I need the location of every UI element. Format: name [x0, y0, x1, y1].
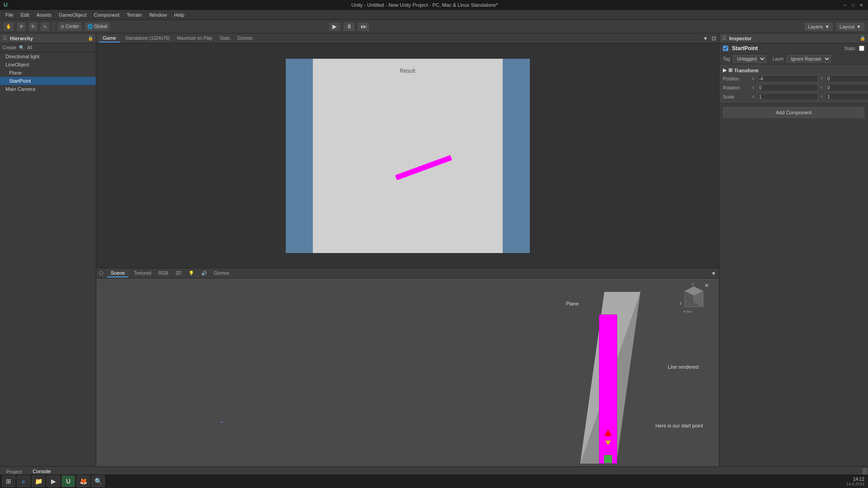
rotation-y-field: Y — [820, 84, 868, 91]
toolbar-right: Layers ▼ Layout ▼ — [804, 22, 865, 32]
gizmos-button-scene[interactable]: Gizmos — [212, 270, 231, 277]
hierarchy-item-main-camera[interactable]: Main Camera — [0, 85, 96, 93]
rotation-x-input[interactable] — [757, 84, 818, 91]
taskbar-right: 14:12 14.6.2013 — [846, 477, 866, 486]
hierarchy-item-startpoint[interactable]: StartPoint — [0, 77, 96, 85]
menu-window[interactable]: Window — [146, 11, 170, 19]
menu-help[interactable]: Help — [170, 11, 188, 19]
nav-cube[interactable]: ✕ Z Y ≡ Iso — [678, 282, 710, 314]
tab-scene[interactable]: Scene — [107, 269, 128, 277]
unity-taskbar-button[interactable]: U — [61, 475, 75, 487]
hierarchy-panel: ☰ Hierarchy 🔒 Create 🔍 All Directional l… — [0, 33, 96, 466]
rotate-tool-button[interactable]: ↻ — [28, 22, 38, 32]
static-checkbox[interactable] — [859, 46, 864, 51]
plane-label: Plane — [9, 70, 22, 75]
transform-section: ▶ ⊞ Transform Position X Y Z — [719, 65, 868, 103]
standalone-selector[interactable]: Standalone (1024x76) — [123, 35, 171, 42]
scene-magenta-bar — [599, 314, 617, 464]
center-button[interactable]: ⊙ Center — [57, 22, 82, 32]
scene-view-header: ⬡ Scene Textured RGB 2D 💡 🔊 Gizmos ▼ — [96, 268, 719, 278]
play-button[interactable]: ▶ — [328, 22, 341, 32]
media-button[interactable]: ▶ — [47, 475, 60, 487]
rotation-x-field: X — [752, 84, 818, 91]
game-view-collapse-icon: ▼ — [703, 36, 708, 41]
rotation-y-input[interactable] — [826, 84, 868, 91]
window-controls: ─ □ ✕ — [842, 2, 864, 8]
scale-x-input[interactable] — [757, 93, 818, 100]
scale-y-input[interactable] — [826, 93, 868, 100]
layout-dropdown[interactable]: Layout ▼ — [835, 22, 865, 32]
hierarchy-lock-icon: 🔒 — [88, 36, 93, 41]
taskbar-time: 14:12 14.6.2013 — [846, 477, 864, 486]
menu-bar: File Edit Assets GameObject Component Te… — [0, 10, 868, 20]
firefox-button[interactable]: 🦊 — [76, 475, 90, 487]
scene-green-cube — [604, 455, 612, 463]
menu-edit[interactable]: Edit — [17, 11, 33, 19]
scale-x-label: X — [752, 94, 756, 99]
ie-button[interactable]: e — [17, 475, 30, 487]
game-border-left — [286, 59, 313, 253]
hierarchy-item-directional-light[interactable]: Directional light — [0, 52, 96, 61]
scene-view-collapse-icon: ▼ — [711, 271, 716, 276]
gizmos-button-game[interactable]: Gizmos — [236, 35, 255, 42]
scene-viewport: Plane Line rendered Here is our start po… — [96, 278, 719, 466]
tab-game[interactable]: Game — [99, 34, 120, 42]
svg-text:≡ Iso: ≡ Iso — [684, 310, 692, 314]
create-button[interactable]: Create — [3, 45, 16, 50]
hierarchy-item-plane[interactable]: Plane — [0, 69, 96, 77]
close-button[interactable]: ✕ — [858, 2, 864, 8]
scene-toggle-audio[interactable]: 🔊 — [199, 270, 208, 277]
layer-dropdown[interactable]: Ignore Raycast — [787, 55, 831, 63]
move-tool-button[interactable]: ✛ — [16, 22, 26, 32]
global-icon: 🌐 — [87, 24, 93, 29]
game-view-maximize-icon: ⊡ — [712, 35, 716, 42]
transform-header[interactable]: ▶ ⊞ Transform — [723, 66, 864, 74]
stats-button[interactable]: Stats — [218, 35, 232, 42]
search-icon: 🔍 — [19, 45, 24, 50]
layers-dropdown[interactable]: Layers ▼ — [804, 22, 834, 32]
textured-dropdown[interactable]: Textured — [132, 270, 153, 277]
taskbar: ⊞ e 📁 ▶ U 🦊 🔍 14:12 14.6.2013 — [0, 474, 868, 488]
start-button[interactable]: ⊞ — [2, 475, 15, 487]
tag-dropdown[interactable]: Untagged — [733, 55, 766, 63]
menu-component[interactable]: Component — [90, 11, 123, 19]
menu-file[interactable]: File — [2, 11, 17, 19]
static-label: Static — [844, 46, 855, 51]
startpoint-label: StartPoint — [9, 78, 31, 84]
position-y-input[interactable] — [826, 75, 868, 82]
hand-tool-button[interactable]: ✋ — [3, 22, 14, 32]
scene-toggle-light[interactable]: 💡 — [187, 270, 196, 277]
menu-assets[interactable]: Assets — [33, 11, 55, 19]
all-filter[interactable]: All — [27, 45, 32, 50]
pause-button[interactable]: ⏸ — [343, 22, 355, 32]
inspector-header: ☰ Inspector 🔒 — [719, 33, 868, 43]
maximize-button[interactable]: □ — [850, 2, 856, 8]
position-label: Position — [723, 76, 750, 81]
menu-gameobject[interactable]: GameObject — [55, 11, 90, 19]
lineobject-label: LineObject — [5, 62, 29, 67]
add-component-button[interactable]: Add Component — [723, 107, 864, 118]
hierarchy-item-lineobject[interactable]: LineObject — [0, 61, 96, 69]
title-bar: U Unity - Untitled - New Unity Project -… — [0, 0, 868, 10]
step-button[interactable]: ⏭ — [357, 22, 370, 32]
menu-terrain[interactable]: Terrain — [123, 11, 146, 19]
global-button[interactable]: 🌐 Global — [84, 22, 110, 32]
svg-text:Y: Y — [692, 282, 694, 286]
folder-button[interactable]: 📁 — [32, 475, 45, 487]
scale-row: Scale X Y Z — [723, 92, 864, 101]
app-icon: U — [4, 2, 8, 8]
nav-cube-svg: ✕ Z Y ≡ Iso — [678, 282, 710, 314]
rot-y-label: Y — [820, 85, 825, 90]
scale-tool-button[interactable]: ⤡ — [40, 22, 50, 32]
maximize-on-play-button[interactable]: Maximize on Play — [175, 35, 214, 42]
game-border-right — [503, 59, 530, 253]
scene-toggle-2d[interactable]: 2D — [174, 270, 183, 277]
hierarchy-header: ☰ Hierarchy 🔒 — [0, 33, 96, 43]
object-active-checkbox[interactable] — [723, 46, 728, 51]
inspector-lock-icon: 🔒 — [860, 36, 865, 41]
position-x-input[interactable] — [757, 75, 818, 82]
minimize-button[interactable]: ─ — [842, 2, 848, 8]
rgb-dropdown[interactable]: RGB — [157, 270, 170, 277]
search-taskbar-button[interactable]: 🔍 — [91, 475, 105, 487]
scene-view-panel: ⬡ Scene Textured RGB 2D 💡 🔊 Gizmos ▼ — [96, 268, 719, 466]
